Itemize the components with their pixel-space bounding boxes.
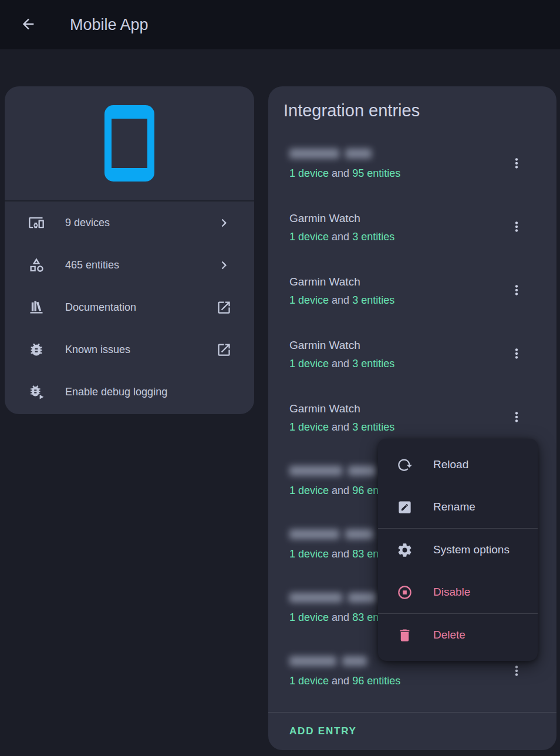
info-row-entities[interactable]: 465 entities — [5, 244, 254, 286]
info-row-debug-logging[interactable]: Enable debug logging — [5, 371, 254, 413]
bookshelf-icon — [28, 299, 45, 315]
subtitle-conjunction: and — [332, 485, 349, 496]
back-button[interactable] — [19, 16, 37, 33]
app-bar: Mobile App — [0, 0, 560, 49]
dots-vertical-icon — [509, 218, 524, 237]
integration-icon-area — [5, 86, 254, 201]
stop-circle-icon — [397, 584, 413, 600]
cellphone-icon — [104, 105, 154, 182]
entities-link[interactable]: 3 entities — [352, 421, 394, 433]
redacted-name-blob — [342, 656, 367, 666]
dots-vertical-icon — [509, 345, 524, 364]
entries-card-footer: ADD ENTRY — [268, 712, 556, 750]
entities-link[interactable]: 95 entities — [352, 167, 400, 179]
entry-overflow-button[interactable] — [509, 217, 524, 238]
subtitle-conjunction: and — [332, 294, 349, 306]
entities-row-label: 465 entities — [65, 259, 119, 271]
info-row-known-issues[interactable]: Known issues — [5, 328, 254, 371]
menu-item-label: Disable — [433, 586, 470, 599]
cog-icon — [397, 542, 413, 558]
dots-vertical-icon — [509, 154, 524, 174]
subtitle-conjunction: and — [332, 548, 349, 560]
info-row-documentation[interactable]: Documentation — [5, 286, 254, 328]
documentation-row-label: Documentation — [65, 301, 136, 314]
info-row-devices[interactable]: 9 devices — [5, 201, 254, 244]
bug-play-icon — [28, 384, 45, 400]
menu-item-label: Reload — [433, 458, 468, 471]
devices-row-label: 9 devices — [65, 217, 110, 229]
redacted-name-blob — [289, 149, 339, 159]
subtitle-conjunction: and — [332, 167, 349, 179]
subtitle-conjunction: and — [332, 675, 349, 687]
subtitle-conjunction: and — [332, 421, 349, 433]
entry-context-menu: Reload Rename System options Disable — [378, 439, 538, 661]
redacted-name-blob — [289, 529, 339, 539]
entry-overflow-button[interactable] — [509, 407, 524, 428]
menu-item-delete[interactable]: Delete — [378, 614, 538, 656]
dots-vertical-icon — [509, 281, 524, 301]
entities-link[interactable]: 3 entities — [352, 231, 394, 243]
devices-link[interactable]: 1 device — [289, 294, 329, 306]
entry-row: 1 device and 95 entities — [268, 140, 556, 204]
entities-link[interactable]: 3 entities — [352, 294, 394, 306]
entries-card-title: Integration entries — [284, 101, 556, 120]
devices-icon — [28, 214, 45, 231]
menu-item-system-options[interactable]: System options — [378, 529, 538, 571]
devices-link[interactable]: 1 device — [289, 485, 329, 496]
menu-item-rename[interactable]: Rename — [378, 486, 538, 528]
menu-item-label: Delete — [433, 629, 465, 641]
menu-item-reload[interactable]: Reload — [378, 443, 538, 486]
entry-row: Garmin Watch 1 device and 3 entities — [268, 204, 556, 267]
shapes-icon — [28, 257, 45, 273]
devices-link[interactable]: 1 device — [289, 548, 329, 560]
integration-detail-page: Mobile App 9 devices 465 entities — [0, 0, 560, 756]
subtitle-conjunction: and — [332, 358, 349, 369]
entry-overflow-button[interactable] — [509, 344, 524, 365]
dots-vertical-icon — [509, 662, 524, 681]
chevron-right-icon — [216, 257, 232, 273]
bug-icon — [28, 341, 45, 358]
pencil-box-icon — [397, 499, 413, 515]
redacted-name-blob — [348, 593, 376, 603]
devices-link[interactable]: 1 device — [289, 167, 329, 179]
add-entry-button[interactable]: ADD ENTRY — [289, 725, 357, 737]
info-rows: 9 devices 465 entities Documentation — [5, 201, 254, 413]
devices-link[interactable]: 1 device — [289, 611, 329, 623]
redacted-name-blob — [289, 466, 342, 476]
entry-overflow-button[interactable] — [509, 661, 524, 682]
entry-overflow-button[interactable] — [509, 153, 524, 174]
entry-row: Garmin Watch 1 device and 3 entities — [268, 267, 556, 331]
arrow-left-icon — [20, 16, 36, 34]
subtitle-conjunction: and — [332, 231, 349, 243]
delete-icon — [397, 627, 413, 643]
devices-link[interactable]: 1 device — [289, 358, 329, 369]
known-issues-row-label: Known issues — [65, 344, 130, 356]
redacted-name-blob — [289, 593, 342, 603]
dots-vertical-icon — [509, 408, 524, 428]
integration-info-card: 9 devices 465 entities Documentation — [5, 86, 254, 414]
redacted-name-blob — [289, 656, 336, 666]
open-in-new-icon — [216, 342, 232, 358]
open-in-new-icon — [216, 300, 232, 315]
devices-link[interactable]: 1 device — [289, 231, 329, 243]
menu-item-label: Rename — [433, 500, 475, 513]
devices-link[interactable]: 1 device — [289, 675, 329, 687]
entities-link[interactable]: 3 entities — [352, 358, 394, 369]
entry-row: Garmin Watch 1 device and 3 entities — [268, 331, 556, 394]
devices-link[interactable]: 1 device — [289, 421, 329, 433]
subtitle-conjunction: and — [332, 611, 349, 623]
chevron-right-icon — [216, 215, 232, 231]
reload-icon — [397, 457, 413, 473]
entry-overflow-button[interactable] — [509, 280, 524, 301]
redacted-name-blob — [348, 466, 376, 476]
debug-logging-row-label: Enable debug logging — [65, 386, 167, 398]
menu-item-disable[interactable]: Disable — [378, 571, 538, 613]
page-title: Mobile App — [70, 16, 149, 34]
redacted-name-blob — [345, 149, 372, 159]
entities-link[interactable]: 96 entities — [352, 675, 400, 687]
menu-item-label: System options — [433, 543, 510, 556]
redacted-name-blob — [345, 529, 373, 539]
